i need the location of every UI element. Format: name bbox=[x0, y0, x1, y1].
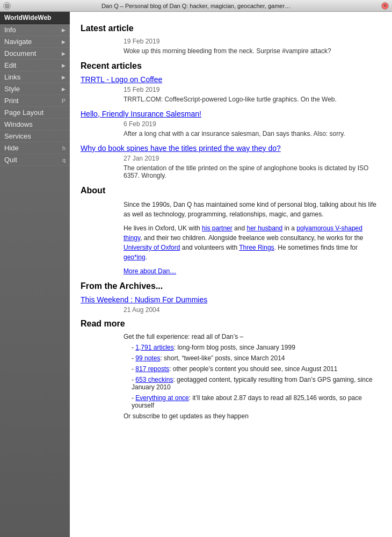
submenu-arrow-style: ▶ bbox=[62, 86, 66, 92]
submenu-arrow-navigate: ▶ bbox=[62, 39, 66, 45]
list-item: Everything at once: it’ll take about 2.8… bbox=[132, 394, 381, 409]
checkins-link[interactable]: 653 checkins bbox=[135, 376, 173, 383]
read-more-list: 1,791 articles: long-form blog posts, si… bbox=[132, 344, 381, 409]
husband-link[interactable]: her husband bbox=[246, 224, 282, 232]
menu-label-navigate: Navigate bbox=[4, 38, 32, 46]
recent-article-link-0[interactable]: TRRTL - Logo on Coffee bbox=[81, 75, 381, 84]
menu-label-edit: Edit bbox=[4, 61, 16, 69]
app-title: WorldWideWeb bbox=[0, 12, 70, 24]
university-link[interactable]: University of Oxford bbox=[124, 244, 180, 251]
sidebar-item-navigate[interactable]: Navigate ▶ bbox=[0, 36, 70, 48]
menu-label-services: Services bbox=[4, 132, 31, 140]
menu-label-page-layout: Page Layout bbox=[4, 108, 43, 117]
submenu-arrow-info: ▶ bbox=[62, 27, 66, 33]
notes-link[interactable]: 99 notes bbox=[135, 354, 160, 362]
window-icon-btn: ▤ bbox=[3, 2, 11, 10]
menu-label-document: Document bbox=[4, 49, 36, 57]
submenu-arrow-links: ▶ bbox=[62, 75, 66, 80]
sidebar-item-info[interactable]: Info ▶ bbox=[0, 24, 70, 36]
archive-article-link[interactable]: This Weekend : Nudism For Dummies bbox=[81, 295, 381, 304]
menu-label-hide: Hide bbox=[4, 144, 19, 152]
everything-link[interactable]: Everything at once bbox=[135, 394, 188, 402]
main-content[interactable]: Latest article 19 Feb 2019 Woke up this … bbox=[70, 12, 392, 537]
sidebar-item-page-layout[interactable]: Page Layout bbox=[0, 107, 70, 119]
submenu-arrow-edit: ▶ bbox=[62, 63, 66, 68]
sidebar-item-hide[interactable]: Hide h bbox=[0, 142, 70, 154]
latest-article-date: 19 Feb 2019 bbox=[124, 38, 381, 45]
three-rings-link[interactable]: Three Rings bbox=[239, 244, 274, 251]
titlebar: ▤ Dan Q – Personal blog of Dan Q: hacker… bbox=[0, 0, 392, 12]
more-about-link[interactable]: More about Dan… bbox=[124, 267, 176, 275]
partner-link[interactable]: his partner bbox=[202, 224, 233, 232]
shortcut-hide: h bbox=[62, 145, 66, 151]
recent-article-desc-0: TRRTL.COM: CoffeeScript-powered Logo-lik… bbox=[124, 96, 381, 103]
list-item: 817 reposts: other people’s content you … bbox=[132, 365, 381, 373]
submenu-arrow-document: ▶ bbox=[62, 51, 66, 56]
list-item: 653 checkins: geotagged content, typical… bbox=[132, 376, 381, 391]
sidebar-item-services[interactable]: Services bbox=[0, 130, 70, 142]
recent-articles-heading: Recent articles bbox=[81, 61, 381, 71]
reposts-link[interactable]: 817 reposts bbox=[135, 365, 169, 373]
sidebar-item-links[interactable]: Links ▶ bbox=[0, 71, 70, 83]
recent-article-link-2[interactable]: Why do book spines have the titles print… bbox=[81, 144, 381, 153]
about-heading: About bbox=[81, 186, 381, 195]
about-para-2: More about Dan… bbox=[124, 266, 381, 276]
app-layout: WorldWideWeb Info ▶ Navigate ▶ Document … bbox=[0, 12, 392, 537]
sidebar-item-style[interactable]: Style ▶ bbox=[0, 83, 70, 95]
menu-label-style: Style bbox=[4, 85, 20, 93]
about-para-0: Since the 1990s, Dan Q has maintained so… bbox=[124, 200, 381, 219]
list-item: 99 notes: short, “tweet-like” posts, sin… bbox=[132, 354, 381, 362]
sidebar-item-windows[interactable]: Windows bbox=[0, 119, 70, 130]
recent-article-date-2: 27 Jan 2019 bbox=[124, 155, 381, 162]
read-more-intro: Get the full experience: read all of Dan… bbox=[124, 333, 381, 340]
sidebar-item-print[interactable]: Print P bbox=[0, 95, 70, 107]
shortcut-quit: q bbox=[62, 157, 66, 163]
window-title: Dan Q – Personal blog of Dan Q: hacker, … bbox=[11, 3, 381, 9]
recent-article-desc-1: After a long chat with a car insurance s… bbox=[124, 130, 381, 137]
polyamorous-link[interactable]: polyamorous V-shaped thingy bbox=[124, 224, 362, 242]
recent-article-desc-2: The orientation of the title printed on … bbox=[124, 164, 381, 179]
geoing-link[interactable]: geo*ing bbox=[124, 253, 146, 261]
menu-label-quit: Quit bbox=[4, 156, 17, 164]
latest-article-heading: Latest article bbox=[81, 24, 381, 33]
menu-label-windows: Windows bbox=[4, 120, 33, 128]
sidebar-item-edit[interactable]: Edit ▶ bbox=[0, 60, 70, 71]
sidebar-item-document[interactable]: Document ▶ bbox=[0, 48, 70, 60]
menu-label-print: Print bbox=[4, 97, 19, 105]
menu-label-info: Info bbox=[4, 26, 16, 34]
close-button[interactable]: ✕ bbox=[381, 2, 389, 10]
archives-heading: From the Archives... bbox=[81, 281, 381, 291]
sidebar-item-quit[interactable]: Quit q bbox=[0, 154, 70, 166]
archive-article-date: 21 Aug 2004 bbox=[124, 306, 381, 314]
latest-article-desc: Woke up this morning bleeding from the n… bbox=[124, 47, 381, 55]
articles-link[interactable]: 1,791 articles bbox=[135, 344, 173, 351]
sidebar: WorldWideWeb Info ▶ Navigate ▶ Document … bbox=[0, 12, 70, 537]
subscribe-text: Or subscribe to get updates as they happ… bbox=[124, 412, 381, 420]
recent-article-link-1[interactable]: Hello, Friendly Insurance Salesman! bbox=[81, 110, 381, 118]
shortcut-print: P bbox=[62, 98, 66, 104]
recent-article-date-1: 6 Feb 2019 bbox=[124, 120, 381, 128]
menu-label-links: Links bbox=[4, 73, 20, 81]
about-para-1: He lives in Oxford, UK with his partner … bbox=[124, 223, 381, 262]
recent-article-date-0: 15 Feb 2019 bbox=[124, 86, 381, 93]
read-more-heading: Read more bbox=[81, 319, 381, 329]
list-item: 1,791 articles: long-form blog posts, si… bbox=[132, 344, 381, 351]
